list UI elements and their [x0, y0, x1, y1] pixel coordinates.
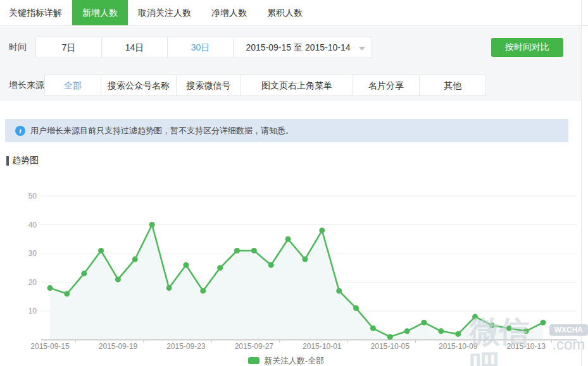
data-point[interactable] [541, 320, 546, 326]
notice-text: 用户增长来源目前只支持过滤趋势图，暂不支持区分详细数据，请知悉。 [30, 125, 294, 137]
data-point[interactable] [234, 248, 240, 253]
data-point[interactable] [438, 328, 444, 334]
time-option-7d[interactable]: 7日 [35, 37, 102, 58]
data-point[interactable] [404, 328, 410, 334]
data-point[interactable] [455, 331, 461, 337]
data-point[interactable] [132, 257, 138, 262]
x-axis-label: 2015-09-23 [166, 342, 206, 351]
time-option-14d[interactable]: 14日 [101, 37, 168, 58]
trend-chart-svg: 10203040502015-09-152015-09-192015-09-23… [0, 183, 588, 366]
data-point[interactable] [268, 262, 274, 268]
x-axis-label: 2015-10-01 [303, 342, 342, 351]
y-axis-label: 30 [28, 249, 37, 258]
source-option-all[interactable]: 全部 [44, 75, 101, 96]
data-point[interactable] [523, 328, 529, 334]
source-option-search-name[interactable]: 搜索公众号名称 [101, 75, 177, 96]
panel-right-divider [581, 0, 582, 366]
tab-key-metrics[interactable]: 关键指标详解 [0, 0, 72, 25]
y-axis-label: 10 [28, 307, 37, 315]
time-filter-label: 时间 [0, 42, 36, 53]
data-point[interactable] [200, 288, 206, 294]
data-point[interactable] [387, 334, 393, 339]
notice-bar: i 用户增长来源目前只支持过滤趋势图，暂不支持区分详细数据，请知悉。 [5, 119, 568, 142]
data-point[interactable] [251, 248, 257, 253]
x-axis-label: 2015-10-09 [439, 342, 478, 351]
tab-net-growth[interactable]: 净增人数 [201, 0, 257, 25]
legend-swatch [248, 357, 260, 364]
time-option-30d[interactable]: 30日 [167, 37, 234, 58]
source-filter-row: 增长来源 全部 搜索公众号名称 搜索微信号 图文页右上角菜单 名片分享 其他 [0, 75, 486, 96]
data-point[interactable] [472, 314, 478, 320]
x-axis-label: 2015-10-13 [506, 342, 546, 351]
data-point[interactable] [115, 276, 121, 282]
data-point[interactable] [149, 222, 155, 228]
data-point[interactable] [81, 271, 87, 276]
data-point[interactable] [506, 326, 512, 331]
data-point[interactable] [47, 285, 53, 291]
data-point[interactable] [370, 326, 376, 331]
metric-tabbar: 关键指标详解 新增人数 取消关注人数 净增人数 累积人数 [0, 0, 588, 26]
source-option-search-id[interactable]: 搜索微信号 [176, 75, 241, 96]
y-axis-label: 50 [28, 192, 37, 200]
data-point[interactable] [64, 291, 70, 296]
source-option-other[interactable]: 其他 [419, 75, 486, 96]
data-point[interactable] [302, 257, 308, 262]
info-icon: i [15, 126, 25, 136]
data-point[interactable] [98, 248, 104, 253]
data-point[interactable] [183, 262, 189, 268]
section-title: 趋势图 [6, 155, 39, 166]
source-option-card-share[interactable]: 名片分享 [353, 75, 420, 96]
data-point[interactable] [489, 322, 495, 328]
data-point[interactable] [285, 236, 291, 242]
title-bar-icon [6, 156, 9, 166]
data-point[interactable] [353, 305, 359, 311]
date-range-picker[interactable]: 2015-09-15 至 2015-10-14 [233, 37, 372, 58]
tab-unfollowed[interactable]: 取消关注人数 [128, 0, 201, 25]
tab-new-followers[interactable]: 新增人数 [72, 0, 128, 25]
trend-chart: 10203040502015-09-152015-09-192015-09-23… [0, 183, 588, 366]
section-title-text: 趋势图 [12, 155, 39, 166]
x-axis-label: 2015-09-19 [99, 342, 138, 351]
legend-label: 新关注人数-全部 [264, 356, 324, 365]
source-filter-label: 增长来源 [0, 80, 45, 91]
tab-cumulative[interactable]: 累积人数 [257, 0, 313, 25]
x-axis-label: 2015-10-05 [371, 342, 410, 351]
chevron-down-icon [359, 47, 365, 51]
data-point[interactable] [336, 288, 342, 294]
filter-panel: 时间 7日 14日 30日 2015-09-15 至 2015-10-14 按时… [0, 27, 581, 101]
x-axis-label: 2015-09-15 [30, 342, 70, 351]
y-axis-label: 40 [28, 221, 37, 229]
compare-by-time-button[interactable]: 按时间对比 [491, 38, 563, 57]
data-point[interactable] [421, 320, 427, 326]
time-filter-row: 时间 7日 14日 30日 2015-09-15 至 2015-10-14 [0, 37, 372, 58]
x-axis-label: 2015-09-27 [235, 342, 274, 351]
data-point[interactable] [217, 265, 223, 271]
source-option-article-menu[interactable]: 图文页右上角菜单 [241, 75, 353, 96]
legend-item[interactable]: 新关注人数-全部 [248, 356, 324, 365]
y-axis-label: 20 [28, 278, 37, 287]
analytics-page: { "tabs": [ { "label": "关键指标详解", "active… [0, 0, 588, 366]
data-point[interactable] [319, 228, 325, 233]
data-point[interactable] [166, 285, 172, 291]
date-range-value: 2015-09-15 至 2015-10-14 [246, 42, 350, 52]
